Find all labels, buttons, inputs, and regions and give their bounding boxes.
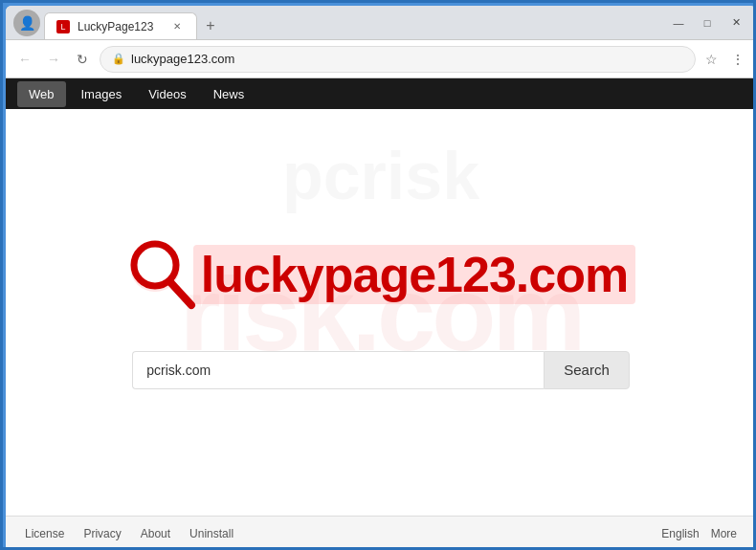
footer-language[interactable]: English (661, 527, 699, 540)
browser-window: 👤 L LuckyPage123 ✕ + — □ ✕ ← → ↻ 🔒 lucky… (6, 6, 756, 550)
footer-right: English More (661, 527, 737, 540)
watermark-top: pcrisk (282, 138, 479, 214)
tab-close-button[interactable]: ✕ (169, 19, 185, 34)
user-icon: 👤 (13, 10, 40, 36)
refresh-button[interactable]: ↻ (71, 48, 94, 71)
nav-tabs: Web Images Videos News (6, 78, 756, 109)
bookmark-button[interactable]: ☆ (701, 50, 722, 69)
search-button[interactable]: Search (544, 351, 630, 389)
tab-web[interactable]: Web (17, 81, 66, 107)
logo-text: luckypage123.com (193, 246, 635, 303)
footer-left: License Privacy About Uninstall (25, 527, 233, 540)
tab-title: LuckyPage123 (78, 20, 153, 33)
new-tab-button[interactable]: + (197, 12, 224, 39)
maximize-button[interactable]: □ (695, 12, 720, 33)
footer-license[interactable]: License (25, 527, 64, 540)
search-area: Search (132, 351, 630, 389)
url-text: luckypage123.com (131, 52, 683, 66)
footer: License Privacy About Uninstall English … (6, 516, 756, 550)
lock-icon: 🔒 (112, 53, 125, 65)
url-bar[interactable]: 🔒 luckypage123.com (100, 46, 696, 73)
tab-favicon: L (56, 20, 70, 33)
search-input[interactable] (132, 351, 544, 389)
title-bar: 👤 L LuckyPage123 ✕ + — □ ✕ (6, 6, 756, 40)
svg-line-2 (170, 282, 191, 305)
active-tab[interactable]: L LuckyPage123 ✕ (44, 12, 197, 39)
back-button[interactable]: ← (13, 48, 36, 71)
tab-videos[interactable]: Videos (137, 81, 198, 107)
footer-more[interactable]: More (711, 527, 737, 540)
footer-about[interactable]: About (141, 527, 170, 540)
tab-images[interactable]: Images (70, 81, 134, 107)
tab-news[interactable]: News (202, 81, 256, 107)
logo-area: luckypage123.com (126, 236, 635, 313)
logo-highlight: luckypage123.com (193, 245, 635, 304)
close-button[interactable]: ✕ (723, 12, 748, 33)
footer-privacy[interactable]: Privacy (83, 527, 121, 540)
forward-button[interactable]: → (42, 48, 65, 71)
footer-uninstall[interactable]: Uninstall (189, 527, 233, 540)
page-content: pcrisk risk.com luckypage123.com Search (6, 109, 756, 516)
window-controls: — □ ✕ (666, 12, 748, 33)
minimize-button[interactable]: — (666, 12, 691, 33)
tab-area: L LuckyPage123 ✕ + (44, 6, 658, 39)
logo-magnifier-icon (126, 236, 203, 313)
address-bar: ← → ↻ 🔒 luckypage123.com ☆ ⋮ (6, 40, 756, 78)
menu-button[interactable]: ⋮ (727, 50, 748, 69)
